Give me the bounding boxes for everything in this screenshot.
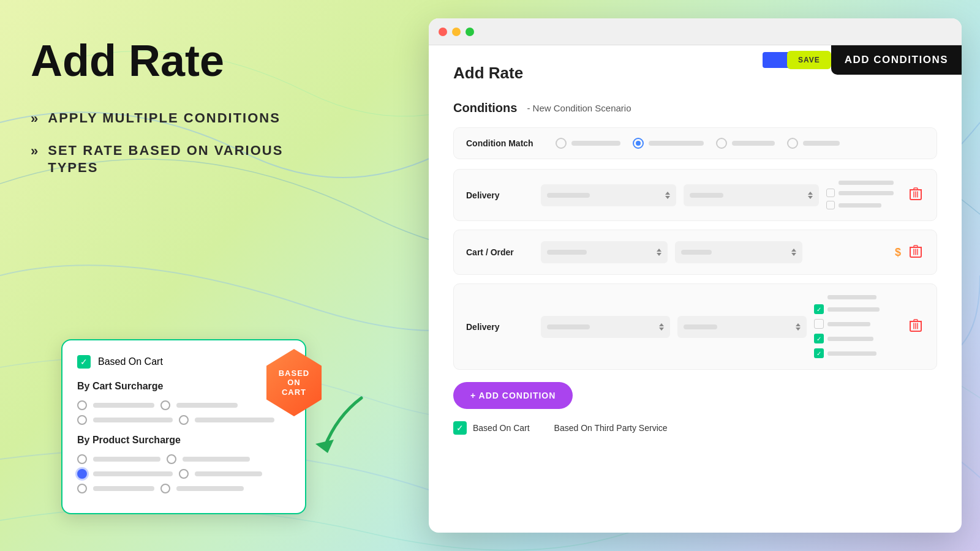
- browser-titlebar: [429, 18, 962, 45]
- conditions-header: Conditions - New Condition Scenario: [453, 101, 937, 115]
- empty-check-1[interactable]: [814, 319, 824, 329]
- radio-bar-9: [93, 486, 154, 491]
- delete-delivery-2[interactable]: [907, 316, 924, 337]
- arrow-up-icon: [665, 192, 670, 195]
- add-conditions-area: SAVE ADD CONDITIONS: [763, 45, 962, 75]
- product-radio-row-2: [77, 469, 290, 479]
- delivery-row-2: Delivery ✓: [453, 283, 937, 370]
- cart-radio-row-1: [77, 400, 290, 410]
- product-radio-row-3: [77, 484, 290, 493]
- feature-item-2: » SET RATE BASED ON VARIOUS TYPES: [31, 142, 312, 177]
- green-checkbox-row-0: [814, 295, 900, 299]
- left-panel: Add Rate » APPLY MULTIPLE CONDITIONS » S…: [0, 0, 343, 551]
- cart-order-label: Cart / Order: [466, 247, 533, 257]
- delivery-label-1: Delivery: [466, 190, 533, 200]
- browser-content: Add Rate Conditions - New Condition Scen…: [429, 45, 962, 533]
- radio-option-1: [556, 138, 620, 149]
- delivery2-select-1[interactable]: [541, 316, 670, 338]
- radio-option-dot-2[interactable]: [633, 138, 644, 149]
- delete-cart-order[interactable]: [907, 242, 924, 263]
- radio-options: [556, 138, 924, 149]
- delivery-checkbox-2: [826, 201, 900, 209]
- main-title: Add Rate: [31, 37, 312, 85]
- bottom-cart-checkbox[interactable]: ✓: [453, 421, 467, 435]
- close-button[interactable]: [439, 28, 447, 36]
- cart-checkbox-label: Based On Cart: [98, 356, 163, 367]
- chevron-right-icon-2: »: [31, 143, 38, 159]
- cart-radio-row-2: [77, 415, 290, 425]
- condition-match-row: Condition Match: [453, 127, 937, 159]
- delete-delivery-1[interactable]: [907, 184, 924, 206]
- green-checkbox-row-4: ✓: [814, 348, 900, 358]
- radio-bar-3: [93, 418, 173, 422]
- delivery-select-1[interactable]: [541, 184, 676, 206]
- radio-option-2: [633, 138, 704, 149]
- radio-bar-2: [176, 403, 238, 408]
- radio-option-dot-3[interactable]: [716, 138, 727, 149]
- radio-unchecked-1[interactable]: [77, 400, 87, 410]
- radio-checked-1[interactable]: [77, 469, 87, 479]
- radio-option-dot-4[interactable]: [787, 138, 798, 149]
- condition-match-label: Condition Match: [466, 138, 546, 148]
- save-button-header[interactable]: SAVE: [787, 51, 831, 69]
- add-condition-button[interactable]: + ADD CONDITION: [453, 382, 573, 409]
- arrow-down-icon-2: [808, 196, 813, 199]
- green-check-3[interactable]: ✓: [814, 348, 824, 358]
- arrow-graphic: [300, 392, 374, 453]
- feature-list: » APPLY MULTIPLE CONDITIONS » SET RATE B…: [31, 110, 312, 177]
- based-on-cart-option: ✓ Based On Cart: [453, 421, 530, 435]
- chevron-right-icon: »: [31, 111, 38, 127]
- conditions-scenario: - New Condition Scenario: [527, 103, 631, 113]
- green-check-1[interactable]: ✓: [814, 304, 824, 314]
- green-checkbox-row-3: ✓: [814, 334, 900, 343]
- radio-unchecked-3[interactable]: [77, 415, 87, 425]
- green-check-2[interactable]: ✓: [814, 334, 824, 343]
- browser-window: SAVE ADD CONDITIONS Add Rate Conditions …: [429, 18, 962, 533]
- feature-text-1: APPLY MULTIPLE CONDITIONS: [48, 110, 281, 127]
- cart-checkbox[interactable]: ✓: [77, 355, 91, 369]
- radio-bar-6: [183, 457, 250, 462]
- arrow-up-icon-6: [796, 323, 801, 326]
- radio-unchecked-9[interactable]: [160, 484, 170, 493]
- radio-bar-4: [195, 418, 274, 422]
- delivery-select-2[interactable]: [684, 184, 819, 206]
- arrow-up-icon-2: [808, 192, 813, 195]
- arrow-up-icon-3: [657, 249, 662, 252]
- arrow-down-icon: [665, 196, 670, 199]
- radio-bar-8: [195, 471, 262, 476]
- cart-checkbox-row: ✓ Based On Cart: [77, 355, 290, 369]
- product-radio-row-1: [77, 454, 290, 464]
- delivery-label-2: Delivery: [466, 322, 533, 332]
- minimize-button[interactable]: [452, 28, 461, 36]
- delivery-checkbox-1: [826, 189, 900, 197]
- radio-unchecked-7[interactable]: [179, 469, 189, 479]
- radio-bar-1: [93, 403, 154, 408]
- radio-option-dot-1[interactable]: [556, 138, 567, 149]
- radio-option-4: [787, 138, 840, 149]
- arrow-down-icon-4: [791, 253, 796, 256]
- based-on-cart-label: Based On Cart: [473, 423, 530, 433]
- green-checkbox-row-1: ✓: [814, 304, 900, 314]
- surcharge-section-2: By Product Surcharge: [77, 435, 290, 446]
- radio-unchecked-5[interactable]: [77, 454, 87, 464]
- arrow-up-icon-4: [791, 249, 796, 252]
- delivery2-select-2[interactable]: [677, 316, 807, 338]
- based-on-third-party-option: Based On Third Party Service: [554, 423, 668, 433]
- radio-unchecked-4[interactable]: [179, 415, 189, 425]
- bottom-options: ✓ Based On Cart Based On Third Party Ser…: [453, 421, 937, 435]
- cart-order-row: Cart / Order $: [453, 230, 937, 275]
- page-title: Add Rate: [453, 64, 523, 83]
- radio-unchecked-6[interactable]: [167, 454, 176, 464]
- cart-select-2[interactable]: [675, 241, 802, 263]
- dollar-icon: $: [895, 246, 901, 259]
- radio-unchecked-8[interactable]: [77, 484, 87, 493]
- maximize-button[interactable]: [466, 28, 474, 36]
- cart-select-1[interactable]: [541, 241, 668, 263]
- green-checkbox-row-2: [814, 319, 900, 329]
- radio-unchecked-2[interactable]: [160, 400, 170, 410]
- delivery-checkbox-options-1: [826, 181, 900, 209]
- add-conditions-banner[interactable]: ADD CONDITIONS: [831, 45, 962, 75]
- arrow-up-icon-5: [659, 323, 664, 326]
- surcharge-section-1: By Cart Surcharge: [77, 381, 290, 392]
- radio-bar-10: [176, 486, 244, 491]
